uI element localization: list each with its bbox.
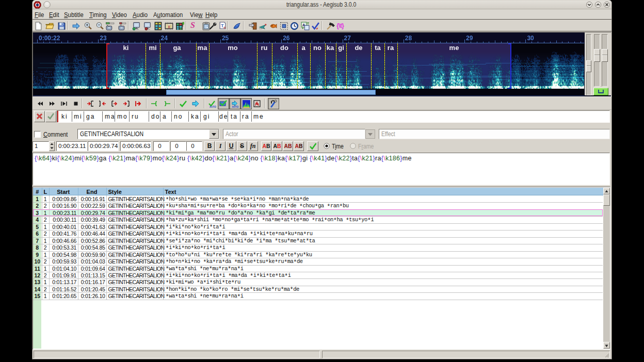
svg-text:AUTO: AUTO <box>210 106 216 108</box>
svg-text:T: T <box>221 23 224 28</box>
svg-text:AUTO: AUTO <box>232 106 239 108</box>
